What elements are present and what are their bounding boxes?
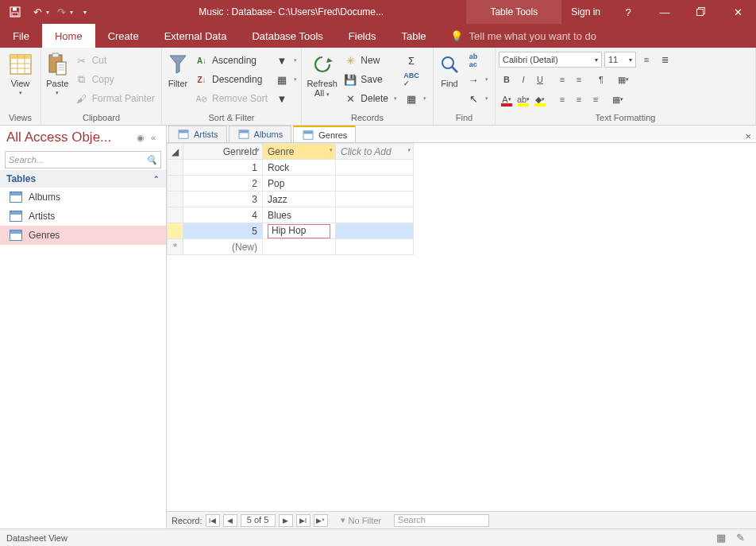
tell-me-search[interactable]: 💡 Tell me what you want to do — [439, 24, 608, 48]
nav-item-genres[interactable]: Genres — [0, 226, 166, 245]
italic-button[interactable]: I — [515, 72, 531, 87]
tab-fields[interactable]: Fields — [336, 24, 389, 48]
goto-button[interactable]: →▾ — [464, 71, 492, 88]
first-record-button[interactable]: I◀ — [206, 514, 220, 527]
new-row[interactable]: *(New) — [168, 239, 414, 255]
signin-button[interactable]: Sign in — [561, 0, 610, 24]
text-direction-icon[interactable]: ¶ — [593, 72, 609, 87]
close-tab-icon[interactable]: × — [745, 130, 751, 142]
descending-button[interactable]: Z↓Descending — [192, 71, 271, 88]
paste-button[interactable]: Paste ▾ — [44, 50, 71, 96]
indent-increase-icon[interactable]: ≡ — [571, 72, 587, 87]
dropdown-icon[interactable]: ▾ — [256, 147, 260, 153]
more-records-button[interactable]: ▦▾ — [402, 90, 430, 107]
svg-rect-4 — [697, 10, 704, 16]
bullets-icon[interactable]: ≡ — [638, 52, 654, 68]
find-button[interactable]: Find — [437, 50, 462, 88]
close-icon[interactable]: ✕ — [719, 0, 756, 24]
align-center-icon[interactable]: ≡ — [571, 91, 587, 107]
last-record-button[interactable]: ▶I — [296, 514, 310, 527]
tab-create[interactable]: Create — [95, 24, 152, 48]
nav-item-artists[interactable]: Artists — [0, 207, 166, 226]
tab-home[interactable]: Home — [42, 24, 95, 48]
design-view-switch-icon[interactable]: ✎ — [731, 531, 750, 545]
prev-record-button[interactable]: ◀ — [223, 514, 237, 527]
datasheet-view-switch-icon[interactable]: ▦ — [712, 531, 731, 545]
col-header-genreid[interactable]: GenreId▾ — [183, 144, 263, 160]
spelling-button[interactable]: ABC✓ — [402, 71, 430, 88]
toggle-filter-button[interactable]: ▼ — [272, 90, 300, 107]
minimize-icon[interactable]: — — [646, 0, 683, 24]
doc-tab-genres[interactable]: Genres — [293, 126, 356, 142]
table-row[interactable]: 2Pop — [168, 176, 414, 192]
redo-icon[interactable]: ↷ — [51, 2, 71, 22]
save-icon[interactable] — [5, 2, 25, 22]
replace-button[interactable]: abac — [464, 52, 492, 69]
view-button[interactable]: View ▾ — [3, 50, 37, 96]
selection-filter-button[interactable]: ▼▾ — [272, 52, 300, 69]
nav-header[interactable]: All Access Obje... — [6, 130, 111, 145]
alt-row-color-icon[interactable]: ▦▾ — [610, 91, 626, 107]
select-button[interactable]: ↖▾ — [464, 90, 492, 107]
font-color-button[interactable]: A▾ — [499, 91, 515, 107]
format-painter-button[interactable]: 🖌Format Painter — [72, 90, 158, 107]
col-header-genre[interactable]: Genre▾ — [263, 144, 336, 160]
table-row[interactable]: 3Jazz — [168, 192, 414, 207]
new-record-nav-button[interactable]: ▶* — [314, 514, 328, 527]
record-position-input[interactable]: 5 of 5 — [241, 514, 276, 527]
bulb-icon: 💡 — [450, 30, 463, 42]
delete-record-button[interactable]: ✕Delete▾ — [341, 90, 400, 107]
table-row[interactable]: 1Rock — [168, 160, 414, 176]
highlight-button[interactable]: ab▾ — [515, 91, 531, 107]
next-record-button[interactable]: ▶ — [279, 514, 293, 527]
tab-external-data[interactable]: External Data — [152, 24, 240, 48]
dropdown-icon[interactable]: ▾ — [407, 147, 411, 153]
tell-me-placeholder: Tell me what you want to do — [469, 30, 596, 42]
save-record-button[interactable]: 💾Save — [341, 71, 400, 88]
new-row-icon: * — [168, 239, 183, 255]
totals-button[interactable]: Σ — [402, 52, 430, 69]
font-size-select[interactable]: 11▾ — [604, 52, 636, 68]
nav-search-input[interactable]: Search... 🔍 — [5, 151, 161, 168]
doc-tab-albums[interactable]: Albums — [229, 126, 292, 142]
select-all-corner[interactable]: ◢ — [168, 144, 183, 160]
nav-menu-icon[interactable]: ◉ — [134, 133, 147, 143]
ascending-button[interactable]: A↓Ascending — [192, 52, 271, 69]
record-search-input[interactable]: Search — [394, 514, 489, 527]
copy-button[interactable]: ⧉Copy — [72, 71, 158, 88]
refresh-all-button[interactable]: RefreshAll ▾ — [305, 50, 339, 99]
col-header-add[interactable]: Click to Add▾ — [336, 144, 414, 160]
align-left-icon[interactable]: ≡ — [554, 91, 570, 107]
table-row[interactable]: 5 Hip Hop — [168, 223, 414, 239]
nav-group-tables[interactable]: Tables⌃ — [0, 170, 166, 188]
tab-file[interactable]: File — [0, 24, 42, 48]
table-row[interactable]: 4Blues — [168, 207, 414, 223]
gridlines-icon[interactable]: ▦▾ — [615, 72, 631, 87]
new-record-button[interactable]: ✳New — [341, 52, 400, 69]
search-icon: 🔍 — [146, 155, 157, 165]
fill-color-button[interactable]: ◆▾ — [532, 91, 548, 107]
customize-qat-icon[interactable]: ▾ — [75, 2, 95, 22]
advanced-filter-button[interactable]: ▦▾ — [272, 71, 300, 88]
indent-decrease-icon[interactable]: ≡ — [554, 72, 570, 87]
bold-button[interactable]: B — [499, 72, 515, 87]
remove-sort-button[interactable]: A⊘Remove Sort — [192, 90, 271, 107]
restore-icon[interactable] — [683, 0, 719, 24]
help-icon[interactable]: ? — [610, 0, 646, 24]
cut-button[interactable]: ✂Cut — [72, 52, 158, 69]
dropdown-icon[interactable]: ▾ — [330, 147, 333, 153]
genre-cell-input[interactable]: Hip Hop — [268, 224, 330, 238]
nav-item-albums[interactable]: Albums — [0, 188, 166, 207]
tab-database-tools[interactable]: Database Tools — [239, 24, 335, 48]
nav-collapse-icon[interactable]: « — [147, 133, 160, 142]
align-right-icon[interactable]: ≡ — [588, 91, 604, 107]
status-view-label: Datasheet View — [6, 533, 68, 543]
underline-button[interactable]: U — [532, 72, 548, 87]
tab-table[interactable]: Table — [389, 24, 439, 48]
filter-button[interactable]: Filter — [165, 50, 191, 88]
font-name-select[interactable]: Calibri (Detail)▾ — [499, 52, 602, 68]
undo-icon[interactable]: ↶ — [27, 2, 48, 22]
numbering-icon[interactable]: ≣ — [657, 52, 673, 68]
doc-tab-artists[interactable]: Artists — [168, 126, 227, 142]
filter-indicator[interactable]: ▾No Filter — [341, 515, 382, 525]
